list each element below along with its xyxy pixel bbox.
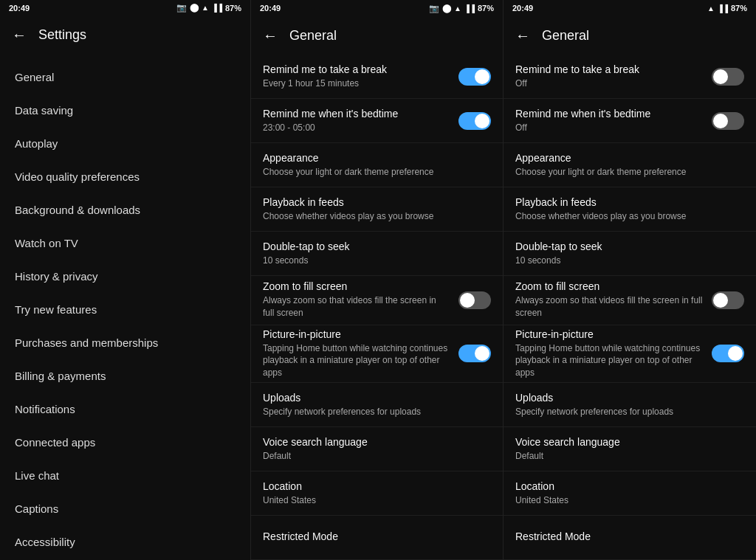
- setting-title-5: Zoom to fill screen: [263, 280, 450, 292]
- setting-item-1[interactable]: Remind me when it's bedtimeOff: [504, 99, 756, 143]
- setting-subtitle-6: Tapping Home button while watching conti…: [515, 342, 703, 379]
- setting-item-5[interactable]: Zoom to fill screenAlways zoom so that v…: [251, 276, 503, 325]
- toggle-0[interactable]: [712, 68, 744, 86]
- toggle-knob-1: [713, 114, 728, 128]
- setting-title-8: Voice search language: [263, 436, 491, 448]
- setting-title-6: Picture-in-picture: [263, 328, 450, 340]
- setting-item-0[interactable]: Remind me to take a breakOff: [504, 55, 756, 99]
- nav-item-data-saving[interactable]: Data saving: [0, 94, 250, 127]
- nav-item-autoplay[interactable]: Autoplay: [0, 127, 250, 160]
- setting-title-8: Voice search language: [515, 436, 744, 448]
- settings-panel: 20:49 📷 ⬤ ▲ ▐▐ 87% ← Settings GeneralDat…: [0, 0, 251, 560]
- toggle-1[interactable]: [458, 112, 491, 130]
- general-panel-mid: 20:49 📷 ⬤ ▲ ▐▐ 87% ← General Remind me t…: [251, 0, 504, 560]
- toggle-6[interactable]: [712, 345, 744, 362]
- nav-item-live-chat[interactable]: Live chat: [0, 459, 250, 492]
- time-left: 20:49: [9, 4, 30, 13]
- nav-item-watch-on-tv[interactable]: Watch on TV: [0, 227, 250, 260]
- setting-item-8[interactable]: Voice search languageDefault: [251, 427, 503, 471]
- setting-subtitle-8: Default: [515, 450, 744, 463]
- toggle-5[interactable]: [712, 291, 744, 309]
- toggle-0[interactable]: [458, 68, 491, 86]
- setting-subtitle-2: Choose your light or dark theme preferen…: [515, 166, 744, 179]
- status-icons-mid: 📷 ⬤ ▲ ▐▐ 87%: [429, 4, 494, 13]
- setting-subtitle-6: Tapping Home button while watching conti…: [263, 342, 450, 379]
- nav-item-video-quality-preferences[interactable]: Video quality preferences: [0, 160, 250, 193]
- wifi-icon: ▲: [202, 4, 209, 12]
- setting-item-9[interactable]: LocationUnited States: [251, 471, 503, 516]
- setting-item-2[interactable]: AppearanceChoose your light or dark them…: [504, 143, 756, 187]
- nav-item-general[interactable]: General: [0, 61, 250, 94]
- wifi-icon-right: ▲: [707, 4, 715, 13]
- nav-item-connected-apps[interactable]: Connected apps: [0, 426, 250, 459]
- back-icon-right[interactable]: ←: [515, 27, 530, 44]
- setting-item-10[interactable]: Restricted Mode: [504, 516, 756, 560]
- setting-title-5: Zoom to fill screen: [515, 280, 703, 292]
- toggle-knob-0: [475, 69, 489, 84]
- setting-subtitle-9: United States: [263, 494, 491, 507]
- nav-item-captions[interactable]: Captions: [0, 492, 250, 525]
- setting-subtitle-0: Off: [515, 77, 703, 90]
- nav-item-notifications[interactable]: Notifications: [0, 393, 250, 426]
- setting-item-1[interactable]: Remind me when it's bedtime23:00 - 05:00: [251, 99, 503, 143]
- toggle-5[interactable]: [458, 291, 491, 309]
- setting-subtitle-0: Every 1 hour 15 minutes: [263, 77, 450, 90]
- setting-item-5[interactable]: Zoom to fill screenAlways zoom so that v…: [504, 276, 756, 325]
- status-icons-right: ▲ ▐▐ 87%: [707, 4, 747, 13]
- setting-subtitle-1: 23:00 - 05:00: [263, 122, 450, 134]
- setting-title-0: Remind me to take a break: [263, 63, 450, 75]
- camera-icon-mid: 📷: [429, 4, 439, 13]
- setting-item-0[interactable]: Remind me to take a breakEvery 1 hour 15…: [251, 55, 503, 99]
- camera-icon: 📷: [176, 3, 187, 13]
- toggle-1[interactable]: [712, 112, 744, 130]
- time-right: 20:49: [512, 4, 533, 13]
- settings-list-mid: Remind me to take a breakEvery 1 hour 15…: [251, 55, 503, 560]
- toggle-knob-6: [475, 346, 489, 361]
- nav-item-accessibility[interactable]: Accessibility: [0, 525, 250, 559]
- setting-title-10: Restricted Mode: [263, 530, 491, 542]
- setting-title-9: Location: [263, 480, 491, 492]
- setting-item-4[interactable]: Double-tap to seek10 seconds: [504, 232, 756, 276]
- nav-item-billing--payments[interactable]: Billing & payments: [0, 359, 250, 393]
- wifi-icon-mid: ▲: [454, 4, 461, 13]
- general-panel-right: 20:49 ▲ ▐▐ 87% ← General Remind me to ta…: [504, 0, 756, 560]
- battery-right: 87%: [731, 4, 747, 13]
- setting-subtitle-4: 10 seconds: [515, 255, 744, 267]
- setting-item-10[interactable]: Restricted Mode: [251, 516, 503, 560]
- setting-item-9[interactable]: LocationUnited States: [504, 471, 756, 516]
- setting-item-6[interactable]: Picture-in-pictureTapping Home button wh…: [251, 325, 503, 383]
- nav-item-purchases-and-memberships[interactable]: Purchases and memberships: [0, 326, 250, 359]
- setting-item-7[interactable]: UploadsSpecify network preferences for u…: [504, 383, 756, 427]
- general-title-mid: General: [289, 28, 337, 44]
- signal-icon-right: ▐▐: [718, 4, 728, 13]
- setting-subtitle-4: 10 seconds: [263, 255, 491, 267]
- setting-title-3: Playback in feeds: [515, 196, 744, 208]
- nav-item-try-new-features[interactable]: Try new features: [0, 293, 250, 326]
- status-bar-left: 20:49 📷 ⬤ ▲ ▐▐ 87%: [0, 0, 250, 16]
- setting-item-3[interactable]: Playback in feedsChoose whether videos p…: [251, 187, 503, 232]
- battery-left: 87%: [225, 4, 241, 13]
- back-icon-settings[interactable]: ←: [12, 27, 27, 44]
- setting-title-3: Playback in feeds: [263, 196, 491, 208]
- toggle-knob-6: [728, 346, 743, 361]
- toggle-6[interactable]: [458, 345, 491, 362]
- settings-header: ← Settings: [0, 16, 250, 55]
- status-bar-right: 20:49 ▲ ▐▐ 87%: [504, 0, 756, 16]
- setting-subtitle-5: Always zoom so that videos fill the scre…: [515, 294, 703, 319]
- setting-subtitle-1: Off: [515, 122, 703, 134]
- nav-item-background--downloads[interactable]: Background & downloads: [0, 193, 250, 227]
- setting-item-6[interactable]: Picture-in-pictureTapping Home button wh…: [504, 325, 756, 383]
- setting-subtitle-2: Choose your light or dark theme preferen…: [263, 166, 491, 179]
- setting-item-4[interactable]: Double-tap to seek10 seconds: [251, 232, 503, 276]
- setting-subtitle-7: Specify network preferences for uploads: [263, 406, 491, 418]
- toggle-knob-5: [713, 293, 728, 308]
- setting-item-8[interactable]: Voice search languageDefault: [504, 427, 756, 471]
- back-icon-mid[interactable]: ←: [263, 27, 278, 44]
- setting-title-1: Remind me when it's bedtime: [263, 108, 450, 120]
- nav-item-history--privacy[interactable]: History & privacy: [0, 260, 250, 293]
- setting-item-3[interactable]: Playback in feedsChoose whether videos p…: [504, 187, 756, 232]
- setting-item-7[interactable]: UploadsSpecify network preferences for u…: [251, 383, 503, 427]
- battery-mid: 87%: [478, 4, 494, 13]
- status-bar-mid: 20:49 📷 ⬤ ▲ ▐▐ 87%: [251, 0, 503, 16]
- setting-item-2[interactable]: AppearanceChoose your light or dark them…: [251, 143, 503, 187]
